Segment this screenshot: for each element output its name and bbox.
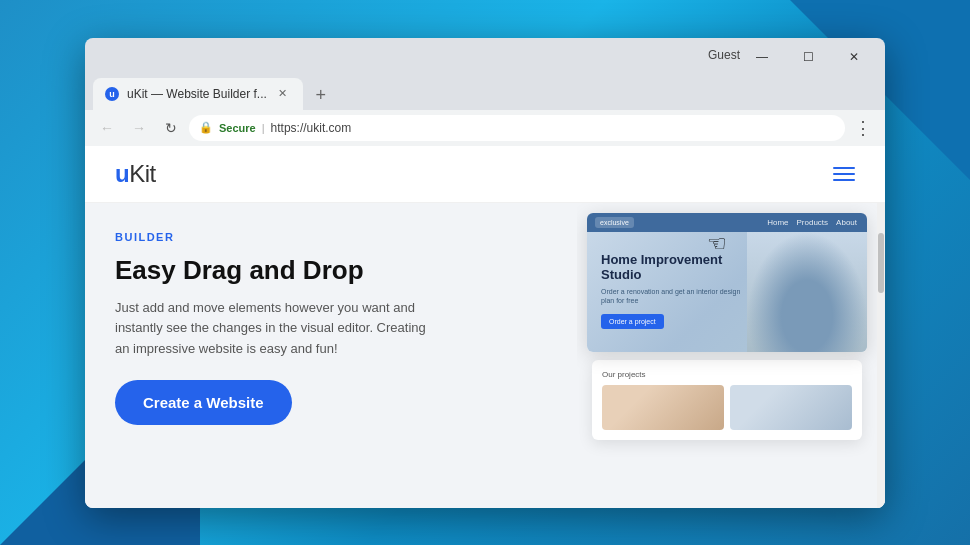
title-bar: Guest — ☐ ✕ xyxy=(85,38,885,76)
lock-icon: 🔒 xyxy=(199,121,213,134)
hamburger-line-1 xyxy=(833,167,855,169)
reload-button[interactable]: ↻ xyxy=(157,114,185,142)
preview-hero-subtitle: Order a renovation and get an interior d… xyxy=(601,287,741,307)
hamburger-menu[interactable] xyxy=(833,167,855,181)
preview-project-thumb-2 xyxy=(730,385,852,430)
page-content: uKit BUILDER Easy Drag and Drop Just add… xyxy=(85,146,885,508)
url-bar[interactable]: 🔒 Secure | https://ukit.com xyxy=(189,115,845,141)
url-text: https://ukit.com xyxy=(271,121,352,135)
preview-nav-products: Products xyxy=(797,218,829,227)
secure-text: Secure xyxy=(219,122,256,134)
tab-favicon: u xyxy=(105,87,119,101)
logo-u: u xyxy=(115,160,129,187)
maximize-button[interactable]: ☐ xyxy=(785,38,831,76)
tab-title: uKit — Website Builder f... xyxy=(127,87,267,101)
preview-hero-image xyxy=(747,232,867,352)
site-main: BUILDER Easy Drag and Drop Just add and … xyxy=(85,203,885,508)
window-controls: — ☐ ✕ xyxy=(739,38,877,76)
main-heading: Easy Drag and Drop xyxy=(115,255,547,286)
close-button[interactable]: ✕ xyxy=(831,38,877,76)
preview-card-bottom: Our projects xyxy=(592,360,862,440)
minimize-button[interactable]: — xyxy=(739,38,785,76)
more-options-button[interactable]: ⋮ xyxy=(849,114,877,142)
address-bar: ← → ↻ 🔒 Secure | https://ukit.com ⋮ xyxy=(85,110,885,146)
hamburger-line-2 xyxy=(833,173,855,175)
browser-window: Guest — ☐ ✕ u uKit — Website Builder f..… xyxy=(85,38,885,508)
cta-button[interactable]: Create a Website xyxy=(115,380,292,425)
scrollbar[interactable] xyxy=(877,203,885,508)
url-separator: | xyxy=(262,122,265,134)
preview-exclusive-badge: exclusive xyxy=(595,217,634,228)
preview-card-top: exclusive Home Products About Home Impro… xyxy=(587,213,867,352)
main-description: Just add and move elements however you w… xyxy=(115,298,435,360)
forward-button[interactable]: → xyxy=(125,114,153,142)
preview-navbar: exclusive Home Products About xyxy=(587,213,867,232)
site-header: uKit xyxy=(85,146,885,203)
logo-rest: Kit xyxy=(129,160,156,187)
browser-tab[interactable]: u uKit — Website Builder f... ✕ xyxy=(93,78,303,110)
preview-project-thumb-1 xyxy=(602,385,724,430)
left-content: BUILDER Easy Drag and Drop Just add and … xyxy=(85,203,577,508)
scrollbar-thumb[interactable] xyxy=(878,233,884,293)
tab-bar: u uKit — Website Builder f... ✕ + xyxy=(85,74,885,110)
section-label: BUILDER xyxy=(115,231,547,243)
preview-sofa-image xyxy=(747,232,867,352)
preview-hero: Home Improvement Studio Order a renovati… xyxy=(587,232,867,352)
new-tab-button[interactable]: + xyxy=(307,82,335,110)
tab-close-button[interactable]: ✕ xyxy=(275,86,291,102)
preview-nav-home: Home xyxy=(767,218,788,227)
guest-label: Guest xyxy=(708,48,740,62)
hamburger-line-3 xyxy=(833,179,855,181)
preview-nav-about: About xyxy=(836,218,857,227)
right-content: ☜ exclusive Home Products About xyxy=(577,203,877,508)
preview-projects-grid xyxy=(602,385,852,430)
back-button[interactable]: ← xyxy=(93,114,121,142)
preview-hero-title: Home Improvement Studio xyxy=(601,252,751,283)
preview-projects-label: Our projects xyxy=(602,370,852,379)
site-logo[interactable]: uKit xyxy=(115,160,156,188)
preview-order-button: Order a project xyxy=(601,314,664,329)
